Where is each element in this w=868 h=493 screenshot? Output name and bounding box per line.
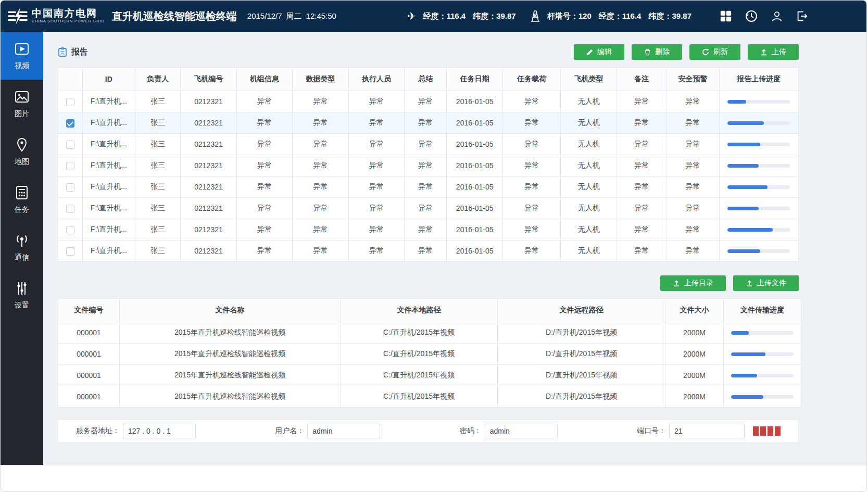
row-checkbox[interactable] xyxy=(66,205,74,213)
cell-summary: 异常 xyxy=(405,134,447,155)
cell-summary: 异常 xyxy=(405,241,447,262)
cell-crew: 异常 xyxy=(236,176,293,198)
cell-executor: 异常 xyxy=(348,155,405,176)
upload-file-button[interactable]: 上传文件 xyxy=(733,275,799,291)
username-input[interactable] xyxy=(307,424,380,438)
transfer-progress-bar xyxy=(731,331,794,335)
password-input[interactable] xyxy=(485,424,558,438)
cell-crew: 异常 xyxy=(236,198,293,219)
sidebar-item-map[interactable]: 地图 xyxy=(1,128,43,175)
sidebar-item-images[interactable]: 图片 xyxy=(1,80,43,128)
server-address-input[interactable] xyxy=(123,424,196,438)
col-header: 数据类型 xyxy=(293,68,349,91)
cell-payload: 异常 xyxy=(502,219,561,241)
upload-directory-button[interactable]: 上传目录 xyxy=(660,275,726,291)
sidebar-item-video[interactable]: 视频 xyxy=(1,32,43,80)
antenna-icon xyxy=(14,233,30,248)
cell-executor: 异常 xyxy=(348,219,405,241)
topbar-actions xyxy=(720,9,808,23)
row-checkbox[interactable] xyxy=(66,162,74,170)
cell-data-type: 异常 xyxy=(293,219,349,241)
cell-id: F:\直升机... xyxy=(82,112,135,134)
cell-file-name: 2015年直升机巡检线智能巡检视频 xyxy=(120,365,341,386)
delete-button[interactable]: 删除 xyxy=(632,44,682,60)
cell-plane-type: 无人机 xyxy=(561,176,617,198)
time-text: 12:45:50 xyxy=(306,11,336,21)
port-input[interactable] xyxy=(669,424,745,438)
col-header: ID xyxy=(82,68,135,91)
sidebar-item-label: 图片 xyxy=(15,109,29,119)
brand-name-cn: 中国南方电网 xyxy=(32,8,105,19)
cell-plane-type: 无人机 xyxy=(561,134,617,155)
cell-data-type: 异常 xyxy=(293,91,349,112)
edit-button[interactable]: 编辑 xyxy=(574,44,624,60)
cell-id: F:\直升机... xyxy=(82,241,135,262)
history-icon[interactable] xyxy=(745,9,758,23)
cell-crew: 异常 xyxy=(236,91,293,112)
cell-payload: 异常 xyxy=(502,112,561,134)
row-checkbox[interactable] xyxy=(66,226,74,234)
cell-file-no: 000001 xyxy=(58,386,120,408)
cell-owner: 张三 xyxy=(135,241,181,262)
cell-plane-type: 无人机 xyxy=(561,91,617,112)
cell-local-path: C:/直升机/2015年视频 xyxy=(341,386,498,408)
cell-id: F:\直升机... xyxy=(82,91,135,112)
report-table: ID 负责人 飞机编号 机组信息 数据类型 执行人员 总结 任务日期 任务载荷 … xyxy=(58,67,799,262)
transfer-progress-bar xyxy=(731,395,794,399)
table-row: 000001 2015年直升机巡检线智能巡检视频 C:/直升机/2015年视频 … xyxy=(58,365,801,386)
col-header: 文件编号 xyxy=(58,299,120,322)
cell-file-size: 2000M xyxy=(665,386,724,408)
sidebar-item-tasks[interactable]: 任务 xyxy=(1,175,43,223)
upload-button[interactable]: 上传 xyxy=(748,44,799,60)
cell-note: 异常 xyxy=(617,155,666,176)
user-icon[interactable] xyxy=(771,10,783,22)
windows-icon[interactable] xyxy=(720,10,732,22)
cell-warning: 异常 xyxy=(666,219,719,241)
row-checkbox[interactable] xyxy=(66,183,74,192)
cell-plane-no: 0212321 xyxy=(181,176,237,198)
file-header-row: 文件编号 文件名称 文件本地路径 文件远程路径 文件大小 文件传输进度 xyxy=(58,299,801,322)
upload-progress-bar xyxy=(727,143,790,146)
table-row: 000001 2015年直升机巡检线智能巡检视频 C:/直升机/2015年视频 … xyxy=(58,344,801,365)
cell-note: 异常 xyxy=(617,112,666,134)
transfer-progress-bar xyxy=(731,374,794,377)
col-header: 备注 xyxy=(617,68,666,91)
upload-progress-bar xyxy=(727,164,790,168)
cell-data-type: 异常 xyxy=(293,112,349,134)
cell-local-path: C:/直升机/2015年视频 xyxy=(341,322,498,344)
cell-plane-type: 无人机 xyxy=(561,198,617,219)
main-content: 报告 编辑 删除 刷新 xyxy=(43,32,866,465)
cell-remote-path: D:/直升机/2015年视频 xyxy=(498,322,665,344)
sidebar-item-communication[interactable]: 通信 xyxy=(1,223,43,271)
csg-logo-icon xyxy=(8,6,28,26)
upload-icon xyxy=(673,280,680,287)
row-checkbox[interactable] xyxy=(66,119,74,128)
cell-plane-no: 0212321 xyxy=(181,134,237,155)
cell-note: 异常 xyxy=(617,219,666,241)
cell-plane-no: 0212321 xyxy=(181,219,237,241)
aircraft-status: ✈ 经度：116.4 纬度：39.87 xyxy=(407,11,516,21)
cell-plane-type: 无人机 xyxy=(561,155,617,176)
cell-executor: 异常 xyxy=(348,241,405,262)
cell-local-path: C:/直升机/2015年视频 xyxy=(341,365,498,386)
row-checkbox[interactable] xyxy=(66,98,74,106)
cell-note: 异常 xyxy=(617,134,666,155)
sidebar-item-label: 视频 xyxy=(15,61,29,71)
table-row: F:\直升机... 张三 0212321 异常 异常 异常 异常 2016-01… xyxy=(58,241,799,262)
sidebar: 视频 图片 地图 任务 xyxy=(1,32,43,465)
logout-icon[interactable] xyxy=(796,10,808,22)
cell-warning: 异常 xyxy=(666,176,719,198)
col-header: 任务日期 xyxy=(447,68,503,91)
row-checkbox[interactable] xyxy=(66,141,74,149)
table-row: F:\直升机... 张三 0212321 异常 异常 异常 异常 2016-01… xyxy=(58,112,799,134)
cell-warning: 异常 xyxy=(666,198,719,219)
report-toolbar: 编辑 删除 刷新 上传 xyxy=(574,44,799,60)
refresh-button[interactable]: 刷新 xyxy=(689,44,740,60)
row-checkbox[interactable] xyxy=(66,247,74,256)
col-header: 飞机编号 xyxy=(181,68,237,91)
cell-file-name: 2015年直升机巡检线智能巡检视频 xyxy=(120,344,341,365)
report-clipboard-icon xyxy=(58,47,67,57)
sidebar-item-settings[interactable]: 设置 xyxy=(1,271,43,319)
cell-file-name: 2015年直升机巡检线智能巡检视频 xyxy=(120,386,341,408)
username-group: 用户名： xyxy=(275,424,380,438)
